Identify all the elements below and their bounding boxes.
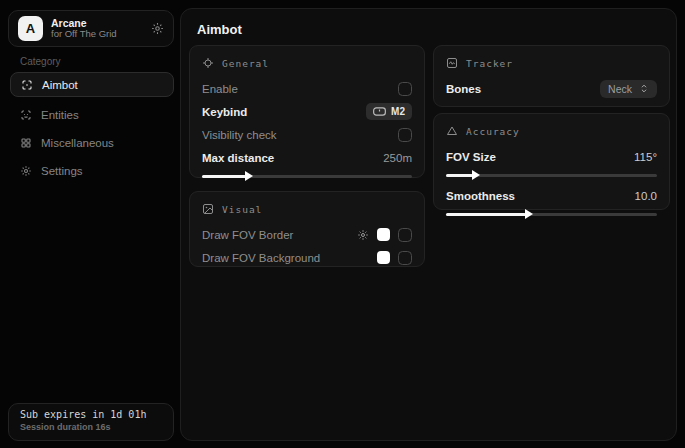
image-icon (202, 203, 214, 215)
mouse-icon (373, 107, 386, 116)
max-distance-value: 250m (383, 152, 412, 164)
visibility-check-row: Visibility check (202, 124, 412, 145)
subscription-card: Sub expires in 1d 01h Session duration 1… (8, 403, 174, 441)
main-panel: Aimbot General Enable Keybind (180, 8, 677, 441)
general-card: General Enable Keybind M2 (189, 45, 425, 178)
fov-size-slider[interactable] (446, 174, 657, 177)
app-subtitle: for Off The Grid (51, 29, 143, 40)
gear-icon[interactable] (357, 229, 369, 241)
keybind-button[interactable]: M2 (366, 103, 412, 120)
fov-background-color-swatch[interactable] (377, 251, 390, 264)
activity-icon (446, 57, 458, 69)
sidebar-item-entities[interactable]: Entities (10, 102, 174, 127)
sidebar-item-label: Miscellaneous (41, 137, 114, 149)
sub-expiry-text: Sub expires in 1d 01h (20, 409, 162, 420)
slider-thumb[interactable] (525, 209, 533, 219)
app-header-card: A Arcane for Off The Grid (8, 10, 174, 47)
slider-thumb[interactable] (245, 171, 253, 181)
gear-icon[interactable] (151, 22, 164, 35)
page-title: Aimbot (197, 22, 242, 37)
fov-border-color-swatch[interactable] (377, 228, 390, 241)
enable-checkbox[interactable] (398, 82, 412, 96)
fov-background-checkbox[interactable] (398, 251, 412, 265)
chevrons-up-down-icon (639, 83, 649, 94)
tracker-card: Tracker Bones Neck (433, 45, 670, 107)
crosshair-icon (202, 57, 214, 69)
card-title: Visual (222, 204, 262, 215)
app-window: A Arcane for Off The Grid Category Aimbo (0, 0, 685, 448)
draw-fov-border-row: Draw FOV Border (202, 224, 412, 245)
entities-icon (20, 109, 32, 121)
sidebar-item-label: Entities (41, 109, 79, 121)
enable-row: Enable (202, 78, 412, 99)
sidebar-item-label: Aimbot (42, 79, 78, 91)
card-title: General (222, 58, 269, 69)
bones-value: Neck (608, 83, 632, 95)
slider-thumb[interactable] (472, 170, 480, 180)
sidebar-item-miscellaneous[interactable]: Miscellaneous (10, 130, 174, 155)
draw-fov-background-row: Draw FOV Background (202, 247, 412, 268)
sidebar-item-label: Settings (41, 165, 83, 177)
fov-size-row: FOV Size 115° (446, 146, 657, 167)
smoothness-row: Smoothness 10.0 (446, 185, 657, 206)
card-title: Accuracy (466, 126, 520, 137)
card-title: Tracker (466, 58, 513, 69)
gear-icon (20, 165, 32, 177)
fov-size-value: 115° (634, 151, 657, 163)
accuracy-card: Accuracy FOV Size 115° Smoothness 10.0 (433, 113, 670, 210)
app-logo: A (18, 16, 43, 41)
visibility-checkbox[interactable] (398, 128, 412, 142)
bones-row: Bones Neck (446, 78, 657, 99)
sidebar-item-settings[interactable]: Settings (10, 158, 174, 183)
max-distance-row: Max distance 250m (202, 147, 412, 168)
triangle-icon (446, 125, 458, 137)
max-distance-slider[interactable] (202, 175, 412, 178)
sidebar: A Arcane for Off The Grid Category Aimbo (0, 0, 180, 448)
smoothness-slider[interactable] (446, 213, 657, 216)
bones-select[interactable]: Neck (600, 80, 657, 98)
session-duration-text: Session duration 16s (20, 422, 162, 432)
visual-card: Visual Draw FOV Border Draw FOV Back (189, 191, 425, 267)
grid-icon (20, 137, 32, 149)
smoothness-value: 10.0 (635, 190, 657, 202)
keybind-row: Keybind M2 (202, 101, 412, 122)
category-label: Category (20, 56, 61, 67)
sidebar-item-aimbot[interactable]: Aimbot (10, 72, 174, 97)
keybind-value: M2 (391, 106, 405, 117)
crosshair-scan-icon (21, 79, 33, 91)
fov-border-checkbox[interactable] (398, 228, 412, 242)
